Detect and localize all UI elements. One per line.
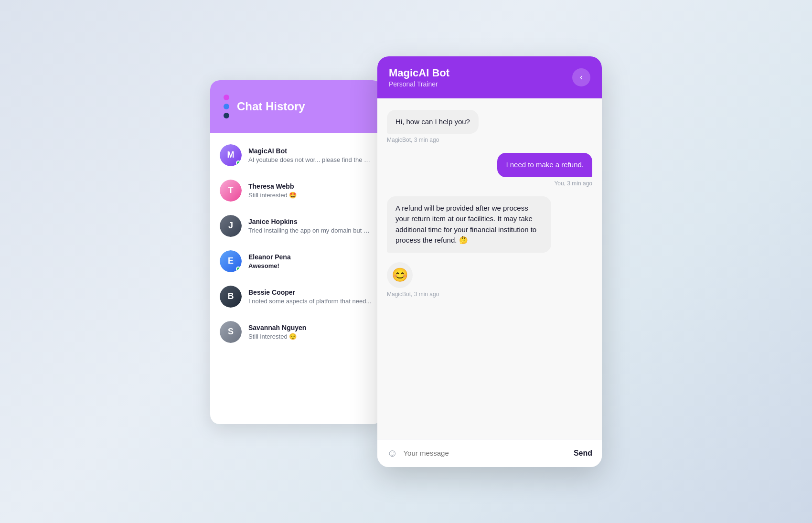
chat-header-info: MagicAI Bot Personal Trainer	[389, 67, 449, 88]
dot-purple	[224, 95, 229, 100]
chat-item-info: Eleanor Pena Awesome!	[248, 253, 373, 269]
avatar-img: S	[220, 321, 242, 343]
chat-item-preview: Still interested 🤩	[248, 192, 373, 199]
list-item[interactable]: B Bessie Cooper I noted some aspects of …	[210, 279, 382, 314]
list-item[interactable]: T Theresa Webb Still interested 🤩	[210, 173, 382, 208]
chat-item-info: MagicAI Bot AI youtube does not wor... p…	[248, 147, 373, 163]
chat-item-preview: AI youtube does not wor... please find t…	[248, 156, 373, 163]
message-group-user: I need to make a refund. You, 3 min ago	[387, 153, 592, 187]
chat-history-header: Chat History	[210, 80, 382, 133]
list-item[interactable]: E Eleanor Pena Awesome!	[210, 244, 382, 279]
message-meta: MagicBot, 3 min ago	[387, 137, 439, 143]
message-bubble: I need to make a refund.	[497, 153, 592, 177]
avatar: B	[220, 286, 242, 308]
avatar-img: J	[220, 215, 242, 237]
list-item[interactable]: M MagicAI Bot AI youtube does not wor...…	[210, 138, 382, 173]
chat-item-info: Bessie Cooper I noted some aspects of pl…	[248, 288, 373, 305]
avatar: E	[220, 250, 242, 272]
chat-header-subtitle: Personal Trainer	[389, 80, 449, 88]
chat-item-name: Eleanor Pena	[248, 253, 373, 261]
chat-window: MagicAI Bot Personal Trainer ‹ Hi, how c…	[377, 56, 602, 467]
chat-item-name: Savannah Nguyen	[248, 324, 373, 331]
chat-messages: Hi, how can I help you? MagicBot, 3 min …	[377, 98, 602, 439]
chat-item-name: Theresa Webb	[248, 182, 373, 190]
avatar-img: B	[220, 286, 242, 308]
chat-input-area: ☺ Send	[377, 439, 602, 467]
chat-item-preview: Awesome!	[248, 262, 373, 269]
emoji-button-icon[interactable]: ☺	[387, 447, 397, 459]
chat-item-info: Theresa Webb Still interested 🤩	[248, 182, 373, 199]
chat-item-name: Bessie Cooper	[248, 288, 373, 296]
list-item[interactable]: S Savannah Nguyen Still interested 😌	[210, 314, 382, 350]
message-input[interactable]	[403, 449, 567, 457]
dot-blue	[224, 104, 229, 109]
avatar: T	[220, 180, 242, 202]
chat-header: MagicAI Bot Personal Trainer ‹	[377, 56, 602, 98]
emoji-bubble: 😊	[387, 262, 413, 288]
chat-item-name: Janice Hopkins	[248, 218, 373, 225]
chat-item-preview: Still interested 😌	[248, 333, 373, 340]
avatar-img: T	[220, 180, 242, 202]
dot-dark	[224, 113, 229, 118]
send-button[interactable]: Send	[574, 449, 592, 458]
chat-list: M MagicAI Bot AI youtube does not wor...…	[210, 133, 382, 354]
message-group-bot-1: Hi, how can I help you? MagicBot, 3 min …	[387, 110, 592, 144]
message-meta: You, 3 min ago	[554, 180, 592, 187]
chat-header-name: MagicAI Bot	[389, 67, 449, 79]
chat-history-title: Chat History	[237, 100, 305, 113]
chat-history-panel: Chat History M MagicAI Bot AI youtube do…	[210, 80, 382, 424]
dots-container	[224, 95, 229, 118]
online-badge	[236, 267, 241, 271]
online-badge	[236, 160, 241, 165]
chat-item-preview: Tried installing the app on my domain bu…	[248, 227, 373, 234]
message-bubble: A refund will be provided after we proce…	[387, 196, 551, 253]
chat-item-info: Savannah Nguyen Still interested 😌	[248, 324, 373, 340]
message-meta: MagicBot, 3 min ago	[387, 291, 439, 298]
message-bubble: Hi, how can I help you?	[387, 110, 479, 134]
avatar: M	[220, 144, 242, 166]
chat-item-preview: I noted some aspects of platform that ne…	[248, 298, 373, 305]
list-item[interactable]: J Janice Hopkins Tried installing the ap…	[210, 208, 382, 244]
message-group-bot-emoji: 😊 MagicBot, 3 min ago	[387, 262, 592, 298]
chat-item-info: Janice Hopkins Tried installing the app …	[248, 218, 373, 234]
scene: Chat History M MagicAI Bot AI youtube do…	[210, 56, 602, 467]
avatar: J	[220, 215, 242, 237]
chat-item-name: MagicAI Bot	[248, 147, 373, 155]
avatar: S	[220, 321, 242, 343]
message-group-bot-2: A refund will be provided after we proce…	[387, 196, 592, 253]
back-button[interactable]: ‹	[572, 68, 590, 86]
